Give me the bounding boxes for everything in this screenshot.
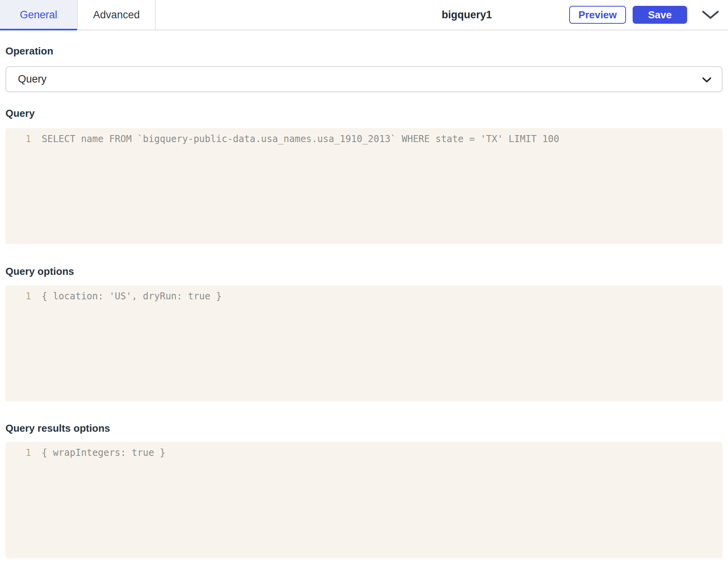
line-number: 1 bbox=[5, 447, 31, 459]
query-form: Operation Query Query 1SELECT name FROM … bbox=[0, 46, 728, 558]
line-number: 1 bbox=[5, 290, 31, 302]
line-number: 1 bbox=[5, 133, 31, 145]
tab-general[interactable]: General bbox=[0, 0, 78, 30]
query-editor-header: General Advanced bigquery1 Preview Save bbox=[0, 0, 728, 30]
tab-advanced[interactable]: Advanced bbox=[78, 0, 156, 30]
code-line: 1SELECT name FROM `bigquery-public-data.… bbox=[5, 133, 723, 145]
code-line: 1{ wrapIntegers: true } bbox=[5, 447, 723, 459]
chevron-down-icon[interactable] bbox=[702, 10, 719, 19]
code-content: { location: 'US', dryRun: true } bbox=[31, 290, 222, 302]
select-chevron-icon bbox=[702, 77, 712, 83]
code-line: 1{ location: 'US', dryRun: true } bbox=[5, 290, 723, 302]
query-results-options-label: Query results options bbox=[5, 423, 723, 434]
operation-label: Operation bbox=[5, 46, 723, 56]
query-options-code-editor[interactable]: 1{ location: 'US', dryRun: true } bbox=[5, 285, 723, 401]
save-button[interactable]: Save bbox=[633, 6, 687, 24]
query-options-label: Query options bbox=[5, 266, 723, 277]
operation-select-value: Query bbox=[18, 73, 47, 85]
query-results-options-code-editor[interactable]: 1{ wrapIntegers: true } bbox=[5, 442, 723, 558]
preview-button[interactable]: Preview bbox=[569, 6, 626, 24]
code-content: { wrapIntegers: true } bbox=[31, 447, 165, 459]
code-content: SELECT name FROM `bigquery-public-data.u… bbox=[31, 133, 559, 145]
operation-select[interactable]: Query bbox=[5, 66, 723, 92]
tab-bar: General Advanced bbox=[0, 0, 156, 30]
query-name-title: bigquery1 bbox=[441, 0, 492, 30]
query-label: Query bbox=[5, 108, 723, 119]
query-code-editor[interactable]: 1SELECT name FROM `bigquery-public-data.… bbox=[5, 128, 723, 244]
header-actions: Preview Save bbox=[569, 0, 719, 30]
